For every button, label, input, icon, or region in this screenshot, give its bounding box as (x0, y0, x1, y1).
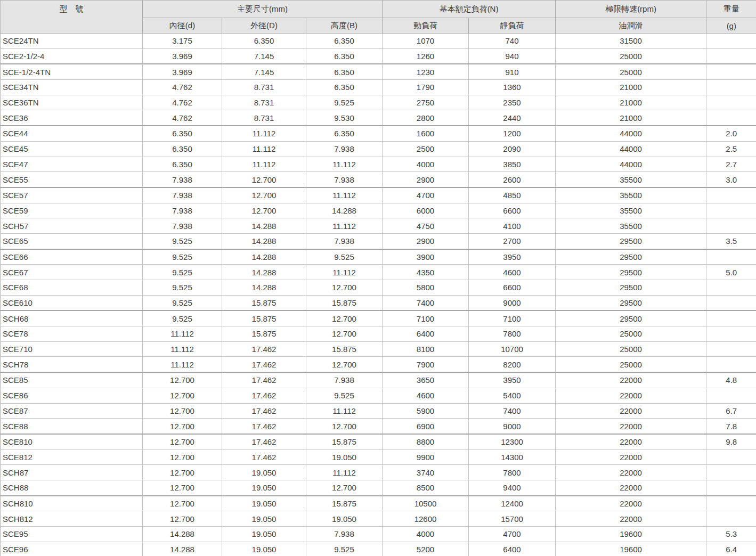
weight-cell (706, 203, 756, 218)
static-load-cell: 6600 (469, 203, 556, 218)
table-row: SCE597.93812.70014.2886000660035500 (1, 203, 756, 218)
static-load-cell: 3850 (469, 157, 556, 172)
model-cell: SCE810 (1, 434, 143, 449)
height-cell: 6.350 (306, 48, 383, 64)
inner-diameter-cell: 4.762 (143, 110, 222, 126)
dynamic-load-cell: 3650 (383, 372, 469, 388)
outer-diameter-cell: 19.050 (222, 465, 306, 480)
oil-speed-cell: 29500 (556, 265, 706, 280)
height-cell: 12.700 (306, 326, 383, 342)
model-cell: SCE87 (1, 403, 143, 419)
outer-diameter-cell: 11.112 (222, 141, 306, 157)
dynamic-load-cell: 3900 (383, 249, 469, 265)
oil-speed-cell: 35500 (556, 203, 706, 218)
height-cell: 14.288 (306, 203, 383, 218)
model-cell: SCH57 (1, 218, 143, 234)
dynamic-load-cell: 5200 (383, 542, 469, 556)
inner-diameter-cell: 14.288 (143, 542, 222, 556)
model-cell: SCE78 (1, 326, 143, 342)
header-basic-load: 基本額定負荷(N) (383, 1, 556, 18)
inner-diameter-cell: 12.700 (143, 480, 222, 495)
table-row: SCE679.52514.28811.11243504600295005.0 (1, 265, 756, 280)
oil-speed-cell: 22000 (556, 403, 706, 419)
table-row: SCE557.93812.7007.93829002600355003.0 (1, 172, 756, 187)
dynamic-load-cell: 6000 (383, 203, 469, 218)
table-row: SCE71011.11217.46215.87581001070025000 (1, 341, 756, 357)
static-load-cell: 740 (469, 34, 556, 49)
inner-diameter-cell: 7.938 (143, 172, 222, 187)
oil-speed-cell: 22000 (556, 434, 706, 449)
dynamic-load-cell: 8800 (383, 434, 469, 449)
table-row: SCE8812.70017.46212.70069009000220007.8 (1, 419, 756, 434)
oil-speed-cell: 21000 (556, 110, 706, 126)
outer-diameter-cell: 8.731 (222, 95, 306, 110)
weight-cell (706, 110, 756, 126)
dynamic-load-cell: 2900 (383, 233, 469, 249)
weight-cell: 2.5 (706, 141, 756, 157)
weight-cell: 9.8 (706, 434, 756, 449)
height-cell: 7.938 (306, 141, 383, 157)
height-cell: 7.938 (306, 172, 383, 187)
table-row: SCE659.52514.2887.93829002700295003.5 (1, 233, 756, 249)
oil-speed-cell: 22000 (556, 465, 706, 480)
model-cell: SCE95 (1, 527, 143, 542)
dynamic-load-cell: 12600 (383, 511, 469, 527)
weight-cell (706, 496, 756, 511)
inner-diameter-cell: 9.525 (143, 249, 222, 265)
weight-cell (706, 187, 756, 203)
weight-cell (706, 218, 756, 234)
dynamic-load-cell: 2500 (383, 141, 469, 157)
header-weight-unit: (g) (706, 18, 756, 34)
weight-cell (706, 341, 756, 357)
height-cell: 9.525 (306, 95, 383, 110)
inner-diameter-cell: 9.525 (143, 265, 222, 280)
weight-cell (706, 388, 756, 403)
static-load-cell: 12400 (469, 496, 556, 511)
weight-cell: 3.0 (706, 172, 756, 187)
oil-speed-cell: 22000 (556, 511, 706, 527)
static-load-cell: 4600 (469, 265, 556, 280)
oil-speed-cell: 25000 (556, 48, 706, 64)
weight-cell (706, 465, 756, 480)
inner-diameter-cell: 6.350 (143, 126, 222, 141)
height-cell: 6.350 (306, 126, 383, 141)
dynamic-load-cell: 7900 (383, 357, 469, 372)
inner-diameter-cell: 6.350 (143, 141, 222, 157)
inner-diameter-cell: 14.288 (143, 527, 222, 542)
model-cell: SCE2-1/2-4 (1, 48, 143, 64)
oil-speed-cell: 29500 (556, 249, 706, 265)
header-limit-speed: 極限轉速(rpm) (556, 1, 706, 18)
static-load-cell: 3950 (469, 249, 556, 265)
table-row: SCH8812.70019.05012.7008500940022000 (1, 480, 756, 495)
static-load-cell: 1360 (469, 80, 556, 95)
outer-diameter-cell: 17.462 (222, 341, 306, 357)
outer-diameter-cell: 7.145 (222, 48, 306, 64)
dynamic-load-cell: 1790 (383, 80, 469, 95)
outer-diameter-cell: 12.700 (222, 172, 306, 187)
weight-cell (706, 357, 756, 372)
inner-diameter-cell: 3.175 (143, 34, 222, 49)
height-cell: 15.875 (306, 295, 383, 310)
table-row: SCH689.52515.87512.7007100710029500 (1, 310, 756, 326)
static-load-cell: 8200 (469, 357, 556, 372)
dynamic-load-cell: 7100 (383, 310, 469, 326)
outer-diameter-cell: 15.875 (222, 310, 306, 326)
static-load-cell: 1200 (469, 126, 556, 141)
inner-diameter-cell: 7.938 (143, 203, 222, 218)
outer-diameter-cell: 14.288 (222, 265, 306, 280)
dynamic-load-cell: 6900 (383, 419, 469, 434)
static-load-cell: 4100 (469, 218, 556, 234)
outer-diameter-cell: 19.050 (222, 511, 306, 527)
static-load-cell: 2700 (469, 233, 556, 249)
table-row: SCE364.7628.7319.5302800244021000 (1, 110, 756, 126)
static-load-cell: 4850 (469, 187, 556, 203)
static-load-cell: 4700 (469, 527, 556, 542)
table-row: SCE8712.70017.46211.11259007400220006.7 (1, 403, 756, 419)
inner-diameter-cell: 6.350 (143, 157, 222, 172)
oil-speed-cell: 22000 (556, 372, 706, 388)
oil-speed-cell: 35500 (556, 187, 706, 203)
model-cell: SCE57 (1, 187, 143, 203)
outer-diameter-cell: 12.700 (222, 203, 306, 218)
dynamic-load-cell: 1600 (383, 126, 469, 141)
oil-speed-cell: 29500 (556, 310, 706, 326)
